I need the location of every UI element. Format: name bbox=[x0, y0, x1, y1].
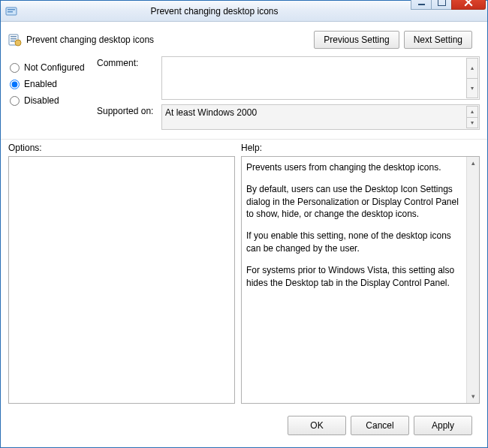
options-panel bbox=[8, 156, 235, 404]
content-area: Prevent changing desktop icons Previous … bbox=[1, 22, 487, 447]
supported-spinner: ▴ ▾ bbox=[466, 106, 478, 128]
scroll-up-icon[interactable]: ▴ bbox=[467, 157, 479, 170]
radio-disabled-label: Disabled bbox=[24, 95, 59, 106]
help-p2: By default, users can use the Desktop Ic… bbox=[246, 183, 464, 221]
radio-disabled-input[interactable] bbox=[10, 96, 20, 106]
svg-rect-5 bbox=[11, 38, 17, 40]
options-label: Options: bbox=[8, 143, 241, 153]
help-p3: If you enable this setting, none of the … bbox=[246, 230, 464, 255]
radio-not-configured-label: Not Configured bbox=[24, 62, 85, 73]
supported-label: Supported on: bbox=[97, 104, 161, 130]
scroll-down-icon[interactable]: ▾ bbox=[467, 390, 479, 403]
close-button[interactable] bbox=[451, 0, 486, 10]
cancel-button[interactable]: Cancel bbox=[351, 416, 409, 435]
divider bbox=[1, 139, 487, 140]
ok-button[interactable]: OK bbox=[288, 416, 346, 435]
comment-spinner: ▴ ▾ bbox=[466, 58, 478, 98]
window-controls bbox=[411, 0, 486, 10]
dialog-footer: OK Cancel Apply bbox=[8, 408, 480, 443]
comment-field[interactable]: ▴ ▾ bbox=[161, 56, 480, 100]
help-p4: For systems prior to Windows Vista, this… bbox=[246, 264, 464, 290]
comment-label: Comment: bbox=[97, 56, 161, 100]
spinner-up[interactable]: ▴ bbox=[466, 58, 478, 78]
help-panel: Prevents users from changing the desktop… bbox=[241, 156, 480, 404]
apply-button[interactable]: Apply bbox=[414, 416, 472, 435]
spinner-down[interactable]: ▾ bbox=[466, 78, 478, 99]
radio-enabled-input[interactable] bbox=[10, 80, 20, 89]
svg-rect-1 bbox=[8, 9, 15, 11]
spinner-up[interactable]: ▴ bbox=[466, 106, 478, 117]
help-scrollbar[interactable]: ▴ ▾ bbox=[466, 157, 479, 403]
radio-enabled[interactable]: Enabled bbox=[8, 79, 97, 89]
svg-rect-4 bbox=[11, 36, 17, 38]
policy-title: Prevent changing desktop icons bbox=[26, 35, 154, 45]
radio-not-configured[interactable]: Not Configured bbox=[8, 62, 97, 73]
supported-field: At least Windows 2000 ▴ ▾ bbox=[161, 104, 480, 130]
next-setting-button[interactable]: Next Setting bbox=[404, 31, 472, 49]
help-p1: Prevents users from changing the desktop… bbox=[246, 161, 464, 174]
state-radio-group: Not Configured Enabled Disabled bbox=[8, 56, 97, 134]
policy-header: Prevent changing desktop icons Previous … bbox=[8, 31, 480, 49]
policy-icon bbox=[8, 33, 22, 47]
supported-value: At least Windows 2000 bbox=[165, 107, 257, 118]
spinner-down[interactable]: ▾ bbox=[466, 117, 478, 129]
maximize-button[interactable] bbox=[431, 0, 452, 10]
policy-editor-window: Prevent changing desktop icons Prevent c… bbox=[0, 0, 488, 448]
minimize-button[interactable] bbox=[411, 0, 432, 10]
radio-not-configured-input[interactable] bbox=[10, 63, 20, 73]
svg-rect-6 bbox=[11, 41, 15, 42]
titlebar[interactable]: Prevent changing desktop icons bbox=[1, 1, 487, 22]
app-icon bbox=[5, 5, 17, 17]
radio-disabled[interactable]: Disabled bbox=[8, 95, 97, 106]
svg-rect-2 bbox=[8, 11, 13, 13]
previous-setting-button[interactable]: Previous Setting bbox=[314, 31, 399, 49]
radio-enabled-label: Enabled bbox=[24, 79, 57, 89]
window-title: Prevent changing desktop icons bbox=[17, 6, 411, 17]
svg-point-7 bbox=[15, 40, 21, 46]
help-label: Help: bbox=[241, 143, 262, 153]
